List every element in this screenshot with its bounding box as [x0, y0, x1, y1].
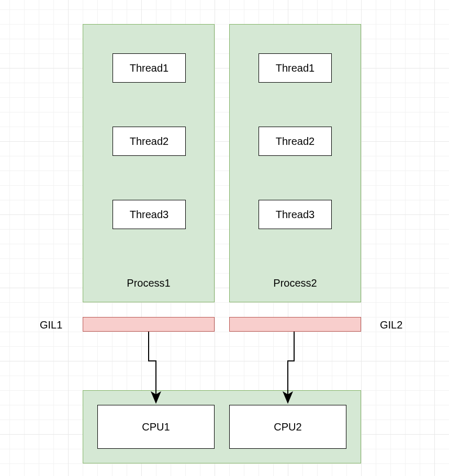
process2-thread3: Thread3: [259, 200, 332, 229]
cpu2-box: CPU2: [229, 405, 346, 449]
process1-thread2: Thread2: [113, 127, 186, 156]
process2-thread1-label: Thread1: [276, 62, 315, 74]
cpu2-label: CPU2: [274, 421, 301, 433]
process2-thread2-label: Thread2: [276, 135, 315, 148]
process1-thread1: Thread1: [113, 53, 186, 83]
gil1-box: [83, 317, 215, 332]
gil1-label: GIL1: [40, 319, 62, 331]
diagram-canvas: Process1 Thread1 Thread2 Thread3 Process…: [0, 0, 449, 476]
cpu1-label: CPU1: [142, 421, 170, 433]
process2-thread3-label: Thread3: [276, 209, 315, 221]
process1-thread2-label: Thread2: [130, 135, 169, 148]
gil2-box: [229, 317, 361, 332]
process2-thread2: Thread2: [259, 127, 332, 156]
process1-thread1-label: Thread1: [130, 62, 169, 74]
process1-thread3: Thread3: [113, 200, 186, 229]
process1-thread3-label: Thread3: [130, 209, 169, 221]
process2-thread1: Thread1: [259, 53, 332, 83]
gil2-label: GIL2: [380, 319, 402, 331]
process2-label: Process2: [273, 277, 317, 289]
cpu1-box: CPU1: [97, 405, 215, 449]
process1-label: Process1: [127, 277, 170, 289]
